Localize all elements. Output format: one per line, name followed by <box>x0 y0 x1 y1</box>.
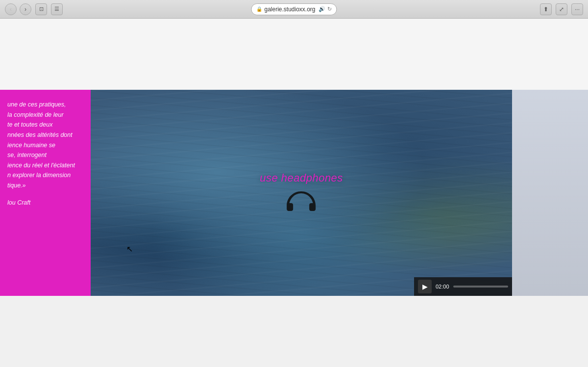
text-line7: ience du réel et l'éclatent <box>7 160 83 171</box>
right-panel <box>512 90 588 296</box>
page-top-space <box>0 19 588 90</box>
headphones-icon <box>285 189 317 214</box>
browser-right-controls: ⬆ ⤢ ··· <box>540 3 583 15</box>
headphones-text: use headphones <box>260 172 343 184</box>
text-line9: tique.» <box>7 181 83 191</box>
page-content: une de ces pratiques, la complexité de l… <box>0 19 588 367</box>
share-button[interactable]: ⬆ <box>540 3 552 15</box>
back-button[interactable]: ‹ <box>5 3 17 15</box>
tab-button[interactable]: ⊡ <box>35 3 47 15</box>
time-display: 02:00 <box>436 284 449 289</box>
reload-icon[interactable]: ↻ <box>327 6 332 12</box>
text-line2: la complexité de leur <box>7 110 83 120</box>
video-area[interactable]: use headphones ▶ 02:00 <box>91 90 512 296</box>
text-line8: n explorer la dimension <box>7 170 83 181</box>
expand-button[interactable]: ⤢ <box>556 3 567 15</box>
progress-bar[interactable] <box>453 286 508 288</box>
content-section: une de ces pratiques, la complexité de l… <box>0 90 588 296</box>
text-line6: se, interrogent <box>7 150 83 160</box>
url-text: galerie.studioxx.org <box>264 6 315 13</box>
left-panel: une de ces pratiques, la complexité de l… <box>0 90 91 296</box>
more-button[interactable]: ··· <box>571 3 583 15</box>
text-line5: ience humaine se <box>7 140 83 151</box>
author-text: lou Craft <box>7 198 83 208</box>
play-button[interactable]: ▶ <box>418 280 432 293</box>
nav-buttons: ‹ › <box>5 3 31 15</box>
browser-chrome: ‹ › ⊡ ☰ 🔒 galerie.studioxx.org 🔊 ↻ ⬆ ⤢ ·… <box>0 0 588 19</box>
video-controls: ▶ 02:00 <box>414 277 512 296</box>
left-panel-text: une de ces pratiques, la complexité de l… <box>7 100 83 208</box>
text-line3: te et toutes deux <box>7 120 83 130</box>
forward-button[interactable]: › <box>20 3 31 15</box>
text-line1: une de ces pratiques, <box>7 100 83 110</box>
menu-button[interactable]: ☰ <box>51 3 63 15</box>
address-bar[interactable]: 🔒 galerie.studioxx.org 🔊 ↻ <box>251 3 337 15</box>
page-bottom-space <box>0 296 588 367</box>
lock-icon: 🔒 <box>256 6 262 12</box>
sound-icon: 🔊 <box>318 6 325 12</box>
text-line4: nnées des altérités dont <box>7 130 83 140</box>
video-overlay: use headphones <box>260 172 343 214</box>
